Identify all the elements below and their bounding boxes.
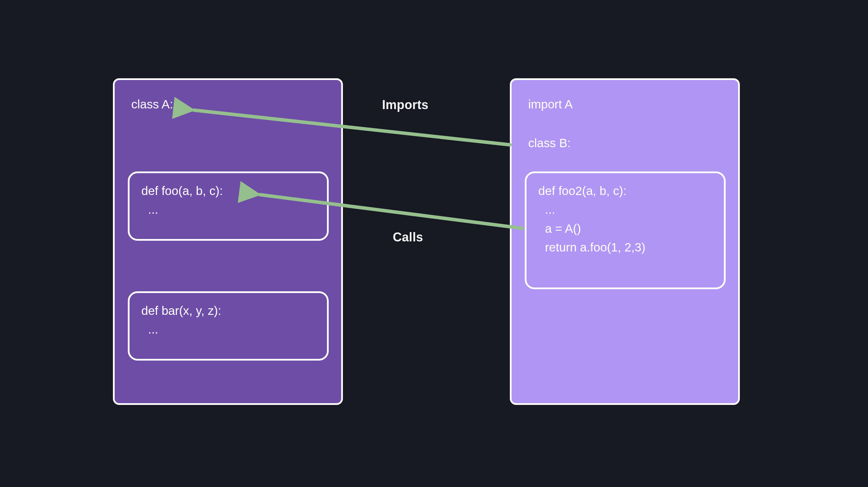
class-b-header: class B: bbox=[528, 136, 571, 150]
method-foo-signature: def foo(a, b, c): bbox=[141, 181, 315, 200]
diagram-stage: class A: def foo(a, b, c): ... def bar(x… bbox=[0, 0, 868, 487]
method-foo2-body-2: a = A() bbox=[538, 219, 712, 238]
calls-label: Calls bbox=[393, 230, 423, 245]
class-a-box: class A: def foo(a, b, c): ... def bar(x… bbox=[113, 78, 343, 405]
class-b-box: import A class B: def foo2(a, b, c): ...… bbox=[510, 78, 740, 405]
method-bar-signature: def bar(x, y, z): bbox=[141, 301, 315, 320]
method-foo-box: def foo(a, b, c): ... bbox=[128, 171, 329, 241]
import-a-line: import A bbox=[528, 97, 573, 111]
method-bar-body: ... bbox=[141, 320, 315, 339]
method-foo2-body-1: ... bbox=[538, 200, 712, 219]
method-foo2-box: def foo2(a, b, c): ... a = A() return a.… bbox=[525, 171, 726, 289]
class-a-header: class A: bbox=[131, 97, 173, 111]
imports-label: Imports bbox=[382, 98, 428, 112]
method-bar-box: def bar(x, y, z): ... bbox=[128, 291, 329, 361]
method-foo2-body-3: return a.foo(1, 2,3) bbox=[538, 238, 712, 257]
method-foo-body: ... bbox=[141, 200, 315, 219]
method-foo2-signature: def foo2(a, b, c): bbox=[538, 181, 712, 200]
